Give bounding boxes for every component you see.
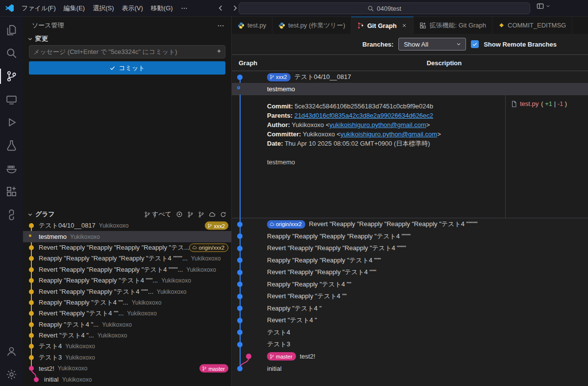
- commit-dot: [237, 306, 243, 311]
- scm-commit-row[interactable]: Revert "テスト4 "...Yukikoxoxo: [23, 330, 231, 341]
- file-icon: [511, 101, 517, 107]
- settings-gear-icon[interactable]: [0, 363, 23, 386]
- branch-badge[interactable]: master: [199, 364, 228, 373]
- explorer-icon[interactable]: [0, 19, 23, 42]
- activity-bar: [0, 17, 23, 386]
- python-icon[interactable]: [0, 203, 23, 226]
- tab-extension-git-graph[interactable]: 拡張機能: Git Graph: [414, 17, 492, 34]
- graph-filter-all[interactable]: すべて: [144, 210, 172, 219]
- commit-row[interactable]: Reapply "テスト4 ": [232, 303, 588, 315]
- commit-dot: [237, 75, 243, 80]
- sparkle-icon[interactable]: [216, 48, 222, 55]
- parent-hash-link[interactable]: 21d43d016cf0835a42c3d8e2a99026634d626ec2: [294, 112, 433, 119]
- commit-row[interactable]: mastertest2!: [232, 351, 588, 363]
- graph-target-icon[interactable]: [176, 211, 183, 218]
- changes-section-header[interactable]: 変更: [23, 33, 231, 44]
- commit-message: initial: [44, 376, 59, 383]
- layout-chevron-icon[interactable]: [545, 3, 551, 9]
- commit-row[interactable]: Revert "Reapply "Reapply "Reapply "テスト4 …: [232, 242, 588, 255]
- scm-commit-row[interactable]: Reapply "テスト4 "...Yukikoxoxo: [23, 319, 231, 330]
- scm-commit-row[interactable]: Revert "Reapply "Reapply "Reapply "Reapp…: [23, 242, 231, 253]
- scm-commit-row[interactable]: テスト3Yukikoxoxo: [23, 352, 231, 363]
- changed-file-row[interactable]: test.py ( +1 | -1 ): [511, 100, 583, 107]
- branches-dropdown[interactable]: Show All: [398, 38, 466, 51]
- scm-commit-row[interactable]: testmemoYukikoxoxo: [23, 231, 231, 242]
- commit-row[interactable]: テスト4: [232, 327, 588, 339]
- graph-push-icon[interactable]: [198, 211, 204, 218]
- title-bar: ファイル(F) 編集(E) 選択(S) 表示(V) 移動(G) 0409test: [0, 0, 588, 17]
- nav-forward-icon[interactable]: [231, 4, 239, 12]
- committer-email-link[interactable]: yukikoishiguro.python@gmail.com: [341, 130, 437, 138]
- scm-commit-row[interactable]: initialYukikoxoxo: [23, 374, 231, 385]
- detail-commit-line: Commit: 5ce3324c5846106b2556183d7451c0cb…: [267, 102, 495, 111]
- scm-commit-row[interactable]: Revert "Reapply "テスト4 ""...Yukikoxoxo: [23, 308, 231, 319]
- cloud-icon: [192, 245, 197, 250]
- tab-commit-editmsg[interactable]: COMMIT_EDITMSG: [492, 17, 572, 34]
- commit-row[interactable]: xxx2テスト04/10__0817: [232, 71, 588, 83]
- graph-section-header[interactable]: グラフ すべて: [23, 208, 231, 220]
- graph-fetch-cloud-icon[interactable]: [209, 211, 216, 218]
- remote-branch-badge[interactable]: origin/xxx2: [189, 243, 228, 252]
- commit-row[interactable]: Revert "Reapply "Reapply "テスト4 """: [232, 266, 588, 279]
- menu-go[interactable]: 移動(G): [147, 2, 177, 14]
- menu-file[interactable]: ファイル(F): [18, 2, 60, 14]
- commit-dot: [237, 318, 243, 323]
- nav-back-icon[interactable]: [217, 4, 224, 12]
- commit-row[interactable]: Revert "テスト4 ": [232, 314, 588, 327]
- branch-badge[interactable]: xxx2: [267, 73, 291, 81]
- testing-icon[interactable]: [0, 134, 23, 157]
- commit-message-input[interactable]: [29, 45, 225, 58]
- tab-git-graph[interactable]: Git Graph: [351, 17, 414, 34]
- source-control-icon[interactable]: [0, 65, 23, 88]
- scm-commit-row[interactable]: test2!Yukikoxoxomaster: [23, 363, 231, 374]
- remote-branch-badge[interactable]: origin/xxx2: [267, 220, 305, 229]
- commit-dot: [246, 354, 251, 359]
- search-sidebar-icon[interactable]: [0, 42, 23, 65]
- menu-more-icon[interactable]: [177, 5, 192, 12]
- scm-commit-row[interactable]: Reapply "Reapply "Reapply "テスト4 """...Yu…: [23, 275, 231, 286]
- extensions-icon[interactable]: [0, 180, 23, 203]
- commit-message: テスト4: [267, 328, 290, 337]
- commit-row[interactable]: origin/xxx2Revert "Reapply "Reapply "Rea…: [232, 218, 588, 231]
- commit-message: Reapply "Reapply "テスト4 "": [267, 280, 351, 289]
- scm-commit-row[interactable]: Reapply "Reapply "テスト4 ""...Yukikoxoxo: [23, 297, 231, 308]
- docker-icon[interactable]: [0, 157, 23, 180]
- commit-dot: [29, 234, 31, 237]
- branch-badge[interactable]: xxx2: [205, 222, 228, 230]
- scm-commit-row[interactable]: Revert "Reapply "Reapply "テスト4 """...Yuk…: [23, 286, 231, 297]
- show-remote-checkbox[interactable]: [471, 40, 479, 48]
- branch-badge[interactable]: master: [267, 352, 296, 360]
- close-icon[interactable]: [401, 23, 407, 28]
- author-email-link[interactable]: yukikoishiguro.python@gmail.com: [329, 121, 426, 129]
- scm-commit-row[interactable]: テスト4Yukikoxoxo: [23, 341, 231, 352]
- scm-commit-row[interactable]: Reapply "Reapply "Reapply "Reapply "テスト4…: [23, 253, 231, 264]
- commit-dot: [29, 355, 34, 360]
- accounts-icon[interactable]: [0, 340, 23, 363]
- scm-commit-row[interactable]: テスト04/10__0817Yukikoxoxoxxx2: [23, 220, 231, 231]
- command-center-search[interactable]: 0409test: [239, 2, 530, 14]
- commit-row[interactable]: testmemo: [232, 83, 588, 95]
- commit-row[interactable]: テスト3: [232, 338, 588, 351]
- tab-testpy-worktree[interactable]: test.py (作業ツリー): [272, 17, 351, 34]
- branch-icon: [202, 366, 207, 371]
- commit-row[interactable]: Reapply "Reapply "テスト4 "": [232, 279, 588, 291]
- commit-row[interactable]: Revert "Reapply "テスト4 "": [232, 290, 588, 303]
- tab-testpy[interactable]: test.py: [232, 17, 272, 34]
- menu-view[interactable]: 表示(V): [118, 2, 147, 14]
- layout-icon[interactable]: [537, 2, 544, 10]
- graph-refresh-icon[interactable]: [220, 211, 226, 218]
- commit-row[interactable]: initial: [232, 362, 588, 375]
- tab-bar: test.py test.py (作業ツリー) Git Graph 拡張機能: …: [232, 17, 588, 34]
- sidebar-more-icon[interactable]: [217, 22, 224, 29]
- remote-explorer-icon[interactable]: [0, 88, 23, 111]
- run-debug-icon[interactable]: [0, 111, 23, 134]
- menu-edit[interactable]: 編集(E): [60, 2, 89, 14]
- commit-button[interactable]: コミット: [29, 61, 225, 75]
- commit-row[interactable]: Reapply "Reapply "Reapply "Reapply "テスト4…: [232, 231, 588, 243]
- menu-selection[interactable]: 選択(S): [89, 2, 118, 14]
- commit-dot: [29, 289, 34, 294]
- commit-row[interactable]: Reapply "Reapply "Reapply "テスト4 """: [232, 255, 588, 267]
- scm-commit-row[interactable]: Revert "Reapply "Reapply "Reapply "テスト4 …: [23, 264, 231, 275]
- commit-message: Revert "テスト4 ": [267, 316, 317, 325]
- graph-pull-icon[interactable]: [187, 211, 194, 218]
